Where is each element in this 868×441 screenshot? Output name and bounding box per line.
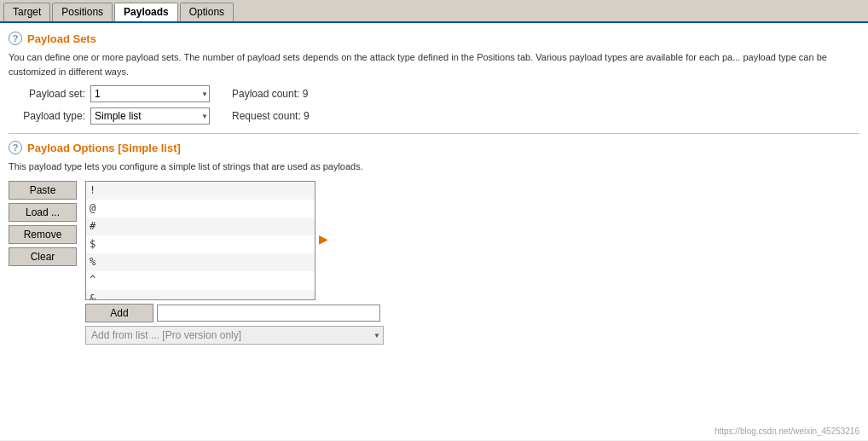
payload-sets-title: Payload Sets — [27, 32, 96, 45]
list-and-input: ! @ # $ % ^ & * ( ▶ Add — [85, 181, 384, 345]
tab-target[interactable]: Target — [3, 3, 50, 21]
clear-button[interactable]: Clear — [9, 247, 77, 266]
list-item: % — [86, 253, 315, 271]
arrow-icon: ▶ — [319, 232, 328, 246]
payload-set-select-wrapper: 1 — [90, 85, 210, 102]
payload-type-row: Payload type: Simple list Request count:… — [9, 107, 859, 125]
tab-bar: Target Positions Payloads Options — [0, 0, 868, 23]
payload-options-help-icon[interactable]: ? — [9, 141, 22, 154]
payload-sets-header: ? Payload Sets — [9, 32, 859, 45]
tab-payloads[interactable]: Payloads — [114, 3, 178, 21]
list-item: @ — [86, 200, 315, 218]
add-from-list-select[interactable]: Add from list ... [Pro version only] — [85, 326, 384, 345]
list-item: & — [86, 290, 315, 300]
add-input[interactable] — [157, 305, 380, 322]
list-area: ! @ # $ % ^ & * ( ▶ — [85, 181, 384, 300]
payload-options-title: Payload Options [Simple list] — [27, 142, 181, 154]
payload-list[interactable]: ! @ # $ % ^ & * ( — [85, 181, 315, 300]
payload-set-row: Payload set: 1 Payload count: 9 — [9, 85, 859, 102]
payload-type-label: Payload type: — [9, 110, 85, 122]
action-buttons: Paste Load ... Remove Clear — [9, 181, 77, 345]
add-from-list-row: Add from list ... [Pro version only] — [85, 326, 384, 345]
add-from-list-wrapper: Add from list ... [Pro version only] — [85, 326, 384, 345]
payload-options-header: ? Payload Options [Simple list] — [9, 141, 859, 154]
add-row: Add — [85, 304, 384, 322]
payload-sets-help-icon[interactable]: ? — [9, 32, 22, 45]
tab-options[interactable]: Options — [180, 3, 234, 21]
load-button[interactable]: Load ... — [9, 203, 77, 222]
section-divider — [9, 133, 859, 134]
main-content: ? Payload Sets You can define one or mor… — [0, 23, 868, 440]
tab-positions[interactable]: Positions — [52, 3, 113, 21]
payload-options-section: ? Payload Options [Simple list] This pay… — [9, 141, 859, 345]
request-count-label: Request count: 9 — [232, 110, 310, 122]
list-item: ^ — [86, 271, 315, 289]
payload-sets-description: You can define one or more payload sets.… — [9, 50, 859, 78]
list-item: # — [86, 218, 315, 235]
list-item: ! — [86, 182, 315, 200]
payload-set-select[interactable]: 1 — [90, 85, 210, 102]
add-button[interactable]: Add — [85, 304, 153, 322]
payload-set-label: Payload set: — [9, 88, 85, 100]
payload-options-area: Paste Load ... Remove Clear ! @ # $ % ^ … — [9, 181, 859, 345]
remove-button[interactable]: Remove — [9, 225, 77, 244]
payload-count-label: Payload count: 9 — [232, 88, 308, 100]
payload-sets-section: ? Payload Sets You can define one or mor… — [9, 32, 859, 125]
paste-button[interactable]: Paste — [9, 181, 77, 200]
list-item: $ — [86, 235, 315, 253]
payload-type-select-wrapper: Simple list — [90, 107, 210, 125]
watermark: https://blog.csdn.net/weixin_45253216 — [715, 426, 859, 436]
payload-options-description: This payload type lets you configure a s… — [9, 160, 859, 174]
payload-type-select[interactable]: Simple list — [90, 107, 210, 125]
